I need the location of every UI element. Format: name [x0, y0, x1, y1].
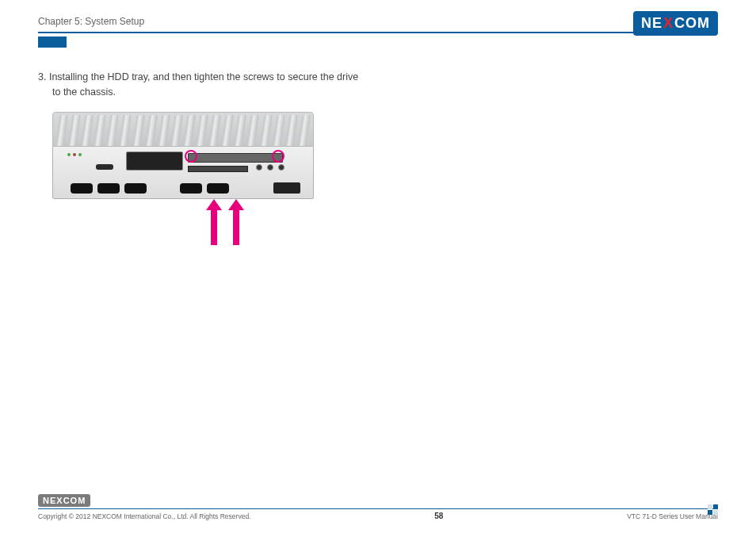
page-number: 58 [434, 512, 443, 520]
step-instruction: 3. Installing the HDD tray, and then tig… [38, 70, 379, 101]
device-faceplate [52, 147, 314, 199]
brand-logo-footer: NEXCOM [38, 494, 90, 507]
copyright-text: Copyright © 2012 NEXCOM International Co… [38, 512, 250, 520]
logo-text-com: COM [674, 15, 710, 32]
serial-port [124, 183, 147, 194]
power-connector [273, 182, 300, 194]
indicator-arrows [52, 201, 322, 245]
status-leds [67, 153, 82, 156]
logo-text-x: X [662, 15, 674, 32]
audio-jack [256, 164, 262, 171]
chapter-title: Chapter 5: System Setup [38, 16, 718, 27]
footer-ornament-icon [708, 504, 718, 515]
serial-port [71, 183, 93, 194]
header-rule [38, 32, 718, 35]
serial-port [180, 183, 202, 194]
step-text-line2: to the chassis. [38, 85, 379, 100]
audio-jack [267, 164, 273, 171]
screw-highlight-left [185, 150, 197, 163]
device-illustration [52, 112, 322, 245]
logo-text-ne: NE [641, 15, 662, 32]
usb-port [96, 164, 113, 170]
serial-port [97, 183, 120, 194]
arrow-up-icon [233, 209, 239, 245]
cf-slot [188, 166, 248, 172]
step-number: 3. [38, 71, 46, 82]
hdd-tray-slot [188, 153, 283, 163]
screw-highlight-right [272, 150, 284, 163]
audio-jack [278, 164, 284, 171]
document-title: VTC 71-D Series User Manual [627, 512, 718, 520]
device-heatsink [52, 112, 314, 147]
page-footer: NEXCOM Copyright © 2012 NEXCOM Internati… [38, 493, 718, 520]
step-text-line1: Installing the HDD tray, and then tighte… [49, 71, 358, 82]
io-panel [126, 151, 183, 171]
arrow-up-icon [211, 209, 217, 245]
serial-port [207, 183, 229, 194]
